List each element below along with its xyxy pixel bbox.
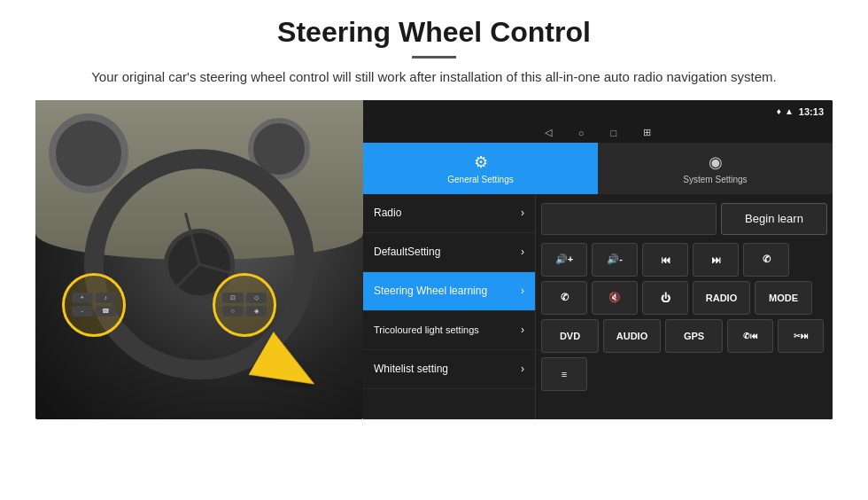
empty-input-box: [541, 203, 717, 235]
menu-item-default[interactable]: DefaultSetting ›: [363, 233, 535, 272]
audio-button[interactable]: AUDIO: [603, 319, 661, 353]
title-section: Steering Wheel Control Your original car…: [35, 16, 833, 88]
status-icons: ♦ ▲: [777, 106, 794, 116]
signal-icon: ▲: [785, 106, 794, 116]
general-settings-label: General Settings: [447, 175, 514, 184]
answer-call-button[interactable]: ✆: [541, 281, 587, 315]
menu-whitelist-label: Whitelist setting: [374, 363, 448, 375]
menu-tricoloured-label: Tricoloured light settings: [374, 324, 479, 336]
menu-tricoloured-chevron: ›: [521, 324, 524, 336]
controls-row-1: 🔊+ 🔊- ⏮ ⏭ ✆: [541, 243, 827, 277]
steering-wheel-image: + ♪ - ☎ ⊡ ◇ ○ ◈: [35, 100, 363, 419]
menu-default-chevron: ›: [521, 246, 524, 258]
controls-row-2: ✆ 🔇 ⏻ RADIO MODE: [541, 281, 827, 315]
vol-up-button[interactable]: 🔊+: [541, 243, 587, 277]
menu-steering-chevron: ›: [521, 285, 524, 297]
prev-track-button[interactable]: ⏮: [642, 243, 688, 277]
tab-general-settings[interactable]: ⚙ General Settings: [363, 143, 598, 194]
phone-prev-button[interactable]: ✆⏮: [727, 319, 773, 353]
menu-radio-chevron: ›: [521, 207, 524, 219]
menu-steering-label: Steering Wheel learning: [374, 285, 487, 297]
menu-whitelist-chevron: ›: [521, 363, 524, 375]
mode-button[interactable]: MODE: [755, 281, 812, 315]
settings-tabs: ⚙ General Settings ◉ System Settings: [363, 143, 833, 194]
page-subtitle: Your original car's steering wheel contr…: [35, 67, 833, 88]
mute-button[interactable]: 🔇: [592, 281, 638, 315]
location-icon: ♦: [777, 106, 781, 116]
begin-learn-button[interactable]: Begin learn: [721, 203, 827, 235]
begin-learn-row: Begin learn: [541, 199, 827, 238]
page-title: Steering Wheel Control: [35, 16, 833, 49]
menu-item-steering[interactable]: Steering Wheel learning ›: [363, 272, 535, 311]
menu-nav-icon[interactable]: ⊞: [643, 127, 651, 138]
tab-system-settings[interactable]: ◉ System Settings: [598, 143, 833, 194]
menu-item-tricoloured[interactable]: Tricoloured light settings ›: [363, 311, 535, 350]
android-panel: ♦ ▲ 13:13 ◁ ○ □ ⊞ ⚙ General Settings ◉: [363, 100, 833, 419]
content-area: + ♪ - ☎ ⊡ ◇ ○ ◈: [35, 100, 833, 419]
general-settings-icon: ⚙: [474, 152, 488, 172]
system-settings-icon: ◉: [709, 152, 723, 172]
menu-default-label: DefaultSetting: [374, 246, 440, 258]
recents-nav-icon[interactable]: □: [611, 128, 617, 138]
radio-button[interactable]: RADIO: [693, 281, 750, 315]
menu-radio-label: Radio: [374, 207, 401, 219]
power-button[interactable]: ⏻: [642, 281, 688, 315]
status-time: 13:13: [799, 106, 824, 117]
controls-row-4: ≡: [541, 357, 827, 391]
menu-item-radio[interactable]: Radio ›: [363, 194, 535, 233]
status-bar: ♦ ▲ 13:13: [363, 100, 833, 123]
title-divider: [412, 56, 456, 59]
back-nav-icon[interactable]: ◁: [545, 127, 552, 138]
home-nav-icon[interactable]: ○: [578, 128, 585, 138]
vol-down-button[interactable]: 🔊-: [592, 243, 638, 277]
left-button-cluster: + ♪ - ☎: [62, 273, 126, 337]
nav-bar: ◁ ○ □ ⊞: [363, 123, 833, 143]
dvd-button[interactable]: DVD: [541, 319, 599, 353]
menu-item-whitelist[interactable]: Whitelist setting ›: [363, 350, 535, 389]
controls-row-3: DVD AUDIO GPS ✆⏮ ✂⏭: [541, 319, 827, 353]
system-settings-label: System Settings: [683, 175, 747, 184]
direction-arrow: [257, 340, 337, 393]
phone-button-1[interactable]: ✆: [743, 243, 789, 277]
page-container: Steering Wheel Control Your original car…: [0, 0, 868, 428]
cut-next-button[interactable]: ✂⏭: [778, 319, 824, 353]
gps-button[interactable]: GPS: [665, 319, 723, 353]
menu-list: Radio › DefaultSetting › Steering Wheel …: [363, 194, 536, 419]
list-icon-button[interactable]: ≡: [541, 357, 587, 391]
main-content: Radio › DefaultSetting › Steering Wheel …: [363, 194, 833, 419]
controls-panel: Begin learn 🔊+ 🔊- ⏮ ⏭ ✆ ✆ 🔇 ⏻: [536, 194, 833, 419]
right-button-cluster: ⊡ ◇ ○ ◈: [213, 273, 276, 337]
next-track-button[interactable]: ⏭: [693, 243, 739, 277]
